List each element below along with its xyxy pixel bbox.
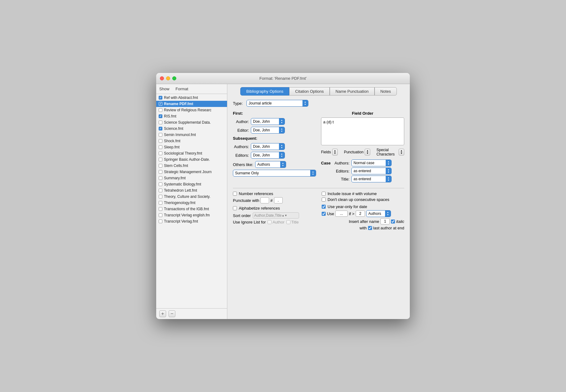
show-label[interactable]: Show [159, 87, 169, 91]
insert-after-input[interactable] [380, 218, 390, 224]
sidebar-item-8[interactable]: Sleep.fmt [156, 144, 227, 150]
sidebar-item-9[interactable]: Sociological Theory.fmt [156, 150, 227, 156]
sidebar-checkbox-11[interactable] [159, 164, 162, 168]
sidebar-item-13[interactable]: Summary.fmt [156, 175, 227, 181]
alphabetize-checkbox[interactable] [233, 206, 237, 210]
sidebar-checkbox-18[interactable] [159, 207, 162, 211]
sidebar-item-4[interactable]: Science Supplemental Data. [156, 119, 227, 126]
sub-authors-arrow: ▲▼ [279, 143, 285, 150]
tab-name-punctuation[interactable]: Name Punctuation [330, 87, 375, 96]
sidebar-checkbox-3[interactable] [159, 114, 162, 118]
use-year-checkbox[interactable] [322, 205, 326, 209]
sidebar-item-15[interactable]: Tetrahedron Lett.fmt [156, 187, 227, 194]
sort-order-label: Sort order [233, 213, 251, 218]
sidebar-item-7[interactable]: Shock.fmt [156, 138, 227, 144]
surname-only-select[interactable]: Surname Only ▲▼ [233, 170, 316, 177]
sidebar-item-20[interactable]: Transcript Verlag.fmt [156, 218, 227, 224]
sidebar-checkbox-15[interactable] [159, 189, 162, 192]
sidebar-item-11[interactable]: Stem Cells.fmt [156, 163, 227, 169]
minimize-button[interactable] [166, 76, 170, 80]
include-issue-checkbox[interactable] [322, 192, 326, 196]
sidebar-label-0: Ref with Abstract.fmt [164, 96, 198, 100]
sidebar-checkbox-4[interactable] [159, 121, 162, 124]
others-like-select[interactable]: Authors ▲▼ [255, 161, 286, 168]
use-authors-select[interactable]: Authors ▲▼ [366, 210, 391, 217]
punctuate-input[interactable] [260, 197, 269, 203]
italic-checkbox[interactable] [391, 219, 395, 224]
sidebar-checkbox-8[interactable] [159, 145, 162, 149]
sub-editors-select[interactable]: Doe, John ▲▼ [251, 152, 285, 159]
sidebar-item-16[interactable]: Theory, Culture and Society. [156, 194, 227, 200]
remove-button[interactable]: − [169, 310, 175, 317]
author-select[interactable]: Doe, John ▲▼ [251, 118, 285, 125]
left-options: Number references Punctuate with # Alpha… [233, 191, 315, 230]
punctuation-stepper[interactable]: ▲ ▼ [365, 149, 370, 156]
use-checkbox[interactable] [322, 212, 326, 216]
use-number-input[interactable] [356, 211, 365, 217]
sidebar-item-1[interactable]: Rename PDF.fmt [156, 101, 227, 107]
use-dots-input[interactable] [335, 211, 348, 217]
sort-row: Sort order Author,Date,Title ▲▼ [233, 212, 315, 219]
sub-authors-select[interactable]: Doe, John ▲▼ [251, 143, 285, 150]
sidebar-checkbox-7[interactable] [159, 139, 162, 143]
ignore-author-checkbox[interactable] [268, 220, 272, 224]
use-row: Use if > Authors ▲▼ [322, 210, 404, 217]
tab-bibliography[interactable]: Bibliography Options [240, 87, 289, 96]
sidebar-item-5[interactable]: Science.fmt [156, 126, 227, 132]
tab-notes[interactable]: Notes [375, 87, 397, 96]
type-select[interactable]: Journal article ▲▼ [247, 100, 308, 107]
sort-order-select[interactable]: Author,Date,Title ▲▼ [253, 212, 299, 219]
fields-stepper[interactable]: ▲ ▼ [332, 149, 338, 156]
format-label[interactable]: Format [176, 87, 188, 91]
punctuate-dot-input[interactable] [274, 197, 283, 203]
sidebar-checkbox-0[interactable] [159, 96, 162, 100]
sidebar-checkbox-10[interactable] [159, 158, 162, 161]
field-order-text[interactable]: a (d) t [321, 117, 404, 145]
sidebar-item-2[interactable]: Review of Religious Researc [156, 107, 227, 113]
sidebar-checkbox-6[interactable] [159, 133, 162, 137]
tab-citation[interactable]: Citation Options [289, 87, 330, 96]
sidebar-item-19[interactable]: Transcript Verlag english.fm [156, 212, 227, 218]
sidebar-item-0[interactable]: Ref with Abstract.fmt [156, 95, 227, 101]
sidebar-item-17[interactable]: Theriogenology.fmt [156, 200, 227, 206]
sidebar-item-3[interactable]: RIS.fmt [156, 113, 227, 119]
insert-after-row: Insert after name italic [322, 218, 404, 224]
sidebar-item-10[interactable]: Springer Basic Author-Date. [156, 156, 227, 163]
sidebar-checkbox-14[interactable] [159, 182, 162, 186]
sidebar-checkbox-20[interactable] [159, 219, 162, 223]
sidebar-checkbox-16[interactable] [159, 195, 162, 198]
fields-label: Fields [321, 150, 331, 154]
special-chars-stepper[interactable]: ▲ ▼ [399, 149, 404, 156]
case-title-select[interactable]: as entered ▲▼ [351, 176, 392, 182]
case-authors-select[interactable]: Normal case ▲▼ [351, 160, 392, 166]
sidebar-checkbox-2[interactable] [159, 108, 162, 112]
case-editors-arrow: ▲▼ [386, 168, 391, 174]
sidebar-item-6[interactable]: Semin Immunol.fmt [156, 132, 227, 138]
sidebar-checkbox-13[interactable] [159, 176, 162, 180]
sidebar-checkbox-5[interactable] [159, 127, 162, 130]
sidebar-checkbox-17[interactable] [159, 201, 162, 205]
dont-clean-checkbox[interactable] [322, 198, 326, 202]
number-refs-checkbox[interactable] [233, 192, 237, 196]
author-arrow: ▲▼ [279, 118, 285, 125]
others-like-row: Others like: Authors ▲▼ [233, 161, 316, 168]
last-author-checkbox[interactable] [368, 226, 372, 230]
sidebar-label-6: Semin Immunol.fmt [164, 133, 196, 137]
sidebar-item-14[interactable]: Systematic Biology.fmt [156, 181, 227, 187]
sidebar-item-12[interactable]: Strategic Management Journ [156, 169, 227, 175]
author-value: Doe, John [251, 119, 279, 124]
sidebar-item-18[interactable]: Transactions of the IGB.fmt [156, 206, 227, 212]
sidebar-checkbox-1[interactable] [159, 102, 162, 106]
sidebar-label-9: Sociological Theory.fmt [164, 151, 202, 156]
sidebar-label-13: Summary.fmt [164, 176, 186, 180]
add-button[interactable]: + [159, 310, 166, 317]
editor-select[interactable]: Doe, John ▲▼ [251, 127, 285, 134]
case-editors-select[interactable]: as entered ▲▼ [351, 168, 392, 174]
maximize-button[interactable] [172, 76, 176, 80]
sub-editors-row: Editors: Doe, John ▲▼ [233, 152, 316, 159]
sidebar-checkbox-12[interactable] [159, 170, 162, 174]
close-button[interactable] [160, 76, 164, 80]
sidebar-checkbox-9[interactable] [159, 151, 162, 155]
sidebar-checkbox-19[interactable] [159, 213, 162, 217]
ignore-title-checkbox[interactable] [286, 220, 290, 224]
